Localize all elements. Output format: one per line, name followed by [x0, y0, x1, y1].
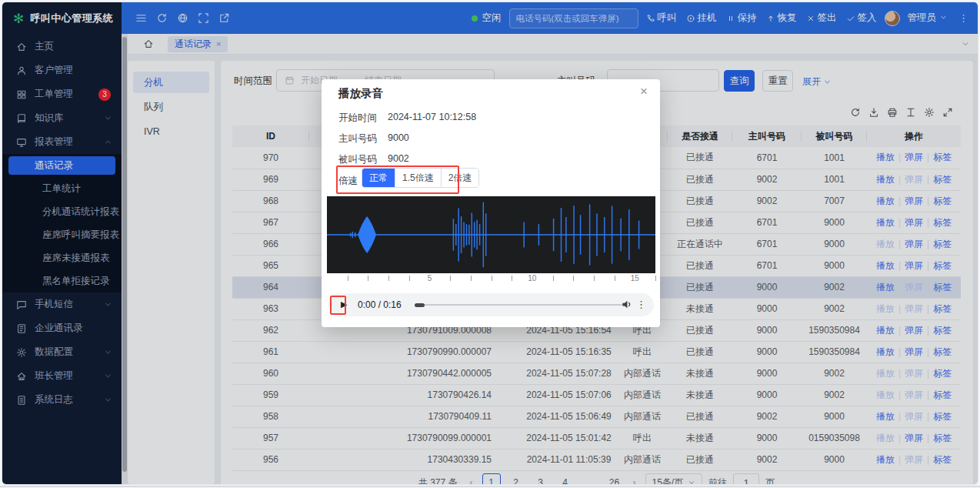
field-value: 9002	[388, 153, 409, 166]
ruler-label-10: 10	[528, 274, 536, 282]
annotation-speed-controls	[336, 165, 459, 194]
play-recording-dialog: 播放录音 × 开始时间2024-11-07 10:12:58主叫号码9000被叫…	[322, 79, 660, 327]
ruler-tick	[553, 276, 554, 281]
player-menu-icon[interactable]: ⋮	[636, 299, 646, 310]
dialog-close-icon[interactable]: ×	[640, 85, 648, 98]
field-label: 主叫号码	[338, 132, 377, 145]
ruler-tick	[512, 276, 512, 281]
ruler-tick	[492, 276, 492, 281]
waveform-time-ruler: 51015	[327, 274, 655, 289]
ruler-tick	[450, 276, 451, 281]
ruler-tick	[615, 276, 615, 281]
dialog-title: 播放录音	[338, 86, 383, 101]
field-label: 开始时间	[338, 112, 377, 125]
app-window: ✻ 呼叫中心管理系统 主页客户管理工单管理3知识库报表管理通话记录工单统计分机通…	[2, 2, 978, 485]
ruler-tick	[348, 276, 348, 281]
ruler-tick	[573, 276, 574, 281]
field-label: 被叫号码	[338, 153, 377, 166]
waveform-graph	[327, 196, 655, 273]
annotation-play-button	[330, 296, 346, 315]
ruler-tick	[594, 276, 595, 281]
ruler-tick	[388, 276, 389, 281]
ruler-tick	[368, 276, 368, 281]
seek-bar[interactable]	[415, 304, 622, 306]
dialog-field-主叫号码: 主叫号码9000	[338, 132, 409, 145]
ruler-label-5: 5	[428, 274, 432, 282]
dialog-field-开始时间: 开始时间2024-11-07 10:12:58	[338, 112, 476, 125]
field-value: 9000	[388, 132, 409, 145]
ruler-tick	[655, 276, 656, 281]
dialog-field-被叫号码: 被叫号码9002	[338, 153, 409, 166]
volume-icon[interactable]	[621, 299, 632, 310]
ruler-label-15: 15	[631, 274, 639, 282]
field-value: 2024-11-07 10:12:58	[388, 112, 476, 125]
playback-time: 0:00 / 0:16	[358, 299, 402, 310]
audio-player: ▶ 0:00 / 0:16 ⋮	[328, 293, 654, 316]
window-bottom-edge	[0, 486, 980, 487]
ruler-tick	[409, 276, 410, 281]
seek-handle[interactable]	[415, 303, 425, 307]
waveform-display	[327, 196, 655, 273]
ruler-tick	[471, 276, 472, 281]
